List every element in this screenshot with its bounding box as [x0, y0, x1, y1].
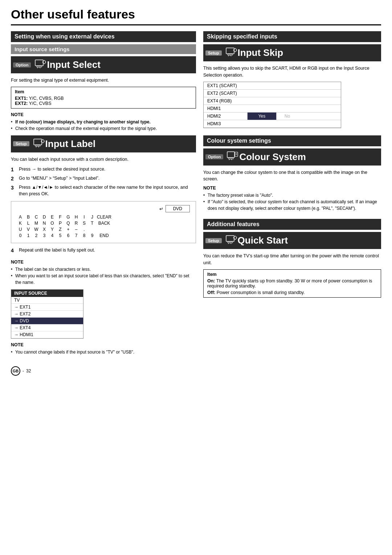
- skip-hdmi3-label: HDMI3: [204, 120, 247, 127]
- quick-start-title: Quick Start: [238, 235, 288, 246]
- skip-row-hdmi1: HDMI1: [204, 105, 341, 113]
- step-3: 3 Press ▲/▼/◄/► to select each character…: [11, 184, 196, 198]
- input-source-tv: TV: [11, 297, 83, 304]
- section-colour-system: Colour system settings: [203, 135, 381, 146]
- svg-rect-18: [226, 48, 234, 54]
- section-external-devices: Setting when using external devices: [11, 31, 196, 42]
- ext2-value: Y/C, CVBS: [29, 101, 52, 106]
- input-label-title: Input Label: [45, 138, 96, 150]
- quick-start-on: On: The TV quickly starts up from standb…: [207, 278, 377, 289]
- note2-item-1: The label can be six characters or less.: [11, 266, 196, 273]
- note-item-2: Check the operation manual of the extern…: [11, 125, 196, 132]
- colour-note-1: The factory preset value is "Auto".: [203, 192, 381, 199]
- quick-start-item-box: Item On: The TV quickly starts up from s…: [203, 269, 381, 298]
- skip-ext4-label: EXT4 (RGB): [204, 97, 247, 105]
- skip-no-button[interactable]: No: [276, 113, 298, 120]
- section-input-source: Input source settings: [11, 44, 196, 54]
- svg-rect-34: [226, 236, 234, 241]
- input-label-steps: 1 Press → to select the desired input so…: [11, 166, 196, 198]
- note-title-1: NOTE: [11, 112, 196, 117]
- item-header-label: Item: [15, 89, 192, 94]
- input-source-ext2: → EXT2: [11, 311, 83, 318]
- step-1: 1 Press → to select the desired input so…: [11, 166, 196, 174]
- quick-start-item-header: Item: [207, 272, 377, 277]
- setup-badge-input-skip: Setup: [205, 50, 222, 56]
- setup-badge-quick-start: Setup: [205, 238, 222, 243]
- off-label: Off:: [207, 290, 215, 295]
- note-list-3: You cannot change labels if the input so…: [11, 349, 196, 355]
- colour-system-note: NOTE The factory preset value is "Auto".…: [203, 185, 381, 212]
- note-title-colour: NOTE: [203, 185, 381, 191]
- svg-rect-27: [227, 152, 234, 158]
- svg-rect-19: [228, 54, 233, 55]
- input-source-header: INPUT SOURCE: [11, 290, 83, 297]
- note-item-1: If no (colour) image displays, try chang…: [11, 119, 196, 125]
- input-label-bar: Setup Input Label: [11, 135, 196, 152]
- step-3-text: Press ▲/▼/◄/► to select each character o…: [19, 184, 196, 198]
- on-label: On:: [207, 278, 215, 283]
- setup-badge-input-label: Setup: [13, 141, 29, 146]
- note-list-colour: The factory preset value is "Auto". If "…: [203, 192, 381, 212]
- skip-ext1-label: EXT1 (SCART): [204, 82, 247, 89]
- tv-icon-colour-system: [226, 150, 239, 164]
- option-badge-colour: Option: [205, 154, 223, 159]
- ext1-label: EXT1:: [15, 96, 28, 101]
- quick-start-bar: Setup Quick Start: [203, 232, 381, 249]
- skip-hdmi1-label: HDMI1: [204, 105, 247, 112]
- footer-dash: -: [23, 368, 24, 374]
- colour-system-body: You can change the colour system to one …: [203, 169, 381, 183]
- footer-badge: GB: [11, 366, 20, 376]
- dvd-input: DVD: [166, 205, 190, 212]
- input-label-note3: NOTE You cannot change labels if the inp…: [11, 342, 196, 355]
- section-additional: Additional features: [203, 219, 381, 230]
- ext2-label: EXT2:: [15, 101, 28, 106]
- section-skipping: Skipping specified inputs: [203, 31, 381, 42]
- off-value: Power consumption is small during standb…: [217, 290, 305, 295]
- quick-start-off: Off: Power consumption is small during s…: [207, 290, 377, 295]
- tv-icon-input-skip: [225, 46, 238, 60]
- item-ext1: EXT1: Y/C, CVBS, RGB: [15, 96, 192, 101]
- skip-row-ext2: EXT2 (SCART): [204, 90, 341, 97]
- input-skip-body: This setting allows you to skip the SCAR…: [203, 65, 381, 79]
- page: Other useful features Setting when using…: [0, 0, 392, 383]
- step-2: 2 Go to “MENU” > “Setup” > “Input Label”…: [11, 175, 196, 183]
- svg-rect-0: [35, 60, 43, 66]
- ext1-value: Y/C, CVBS, RGB: [29, 96, 64, 101]
- input-select-title: Input Select: [47, 59, 100, 70]
- item-ext2: EXT2: Y/C, CVBS: [15, 101, 192, 106]
- on-value: The TV quickly starts up from standby. 3…: [207, 278, 372, 289]
- input-source-dvd: → DVD: [11, 318, 83, 325]
- input-select-note: NOTE If no (colour) image displays, try …: [11, 112, 196, 132]
- step-1-text: Press → to select the desired input sour…: [19, 166, 105, 174]
- svg-rect-9: [34, 139, 42, 145]
- kb-row-3: UVWXYZ+–.: [17, 227, 190, 232]
- step-4: 4 Repeat until the label is fully spelt …: [11, 247, 196, 254]
- input-label-body: You can label each input source with a c…: [11, 156, 196, 163]
- step-2-text: Go to “MENU” > “Setup” > “Input Label”.: [19, 175, 99, 183]
- note-title-2: NOTE: [11, 260, 196, 265]
- tv-icon-input-select: [34, 58, 47, 72]
- kb-row-4: 0123456789END: [17, 233, 190, 238]
- skip-yes-button[interactable]: Yes: [247, 113, 276, 120]
- svg-rect-28: [228, 158, 233, 159]
- skip-row-ext4: EXT4 (RGB): [204, 97, 341, 105]
- left-column: Setting when using external devices Inpu…: [11, 31, 196, 359]
- input-label-note2: NOTE The label can be six characters or …: [11, 260, 196, 286]
- skip-row-hdmi2: HDMI2 Yes No: [204, 113, 341, 120]
- page-title: Other useful features: [11, 7, 381, 25]
- keyboard-dvd-area: ↵ DVD: [17, 205, 190, 212]
- svg-rect-1: [37, 66, 42, 67]
- note-list-1: If no (colour) image displays, try chang…: [11, 119, 196, 132]
- note-title-3: NOTE: [11, 342, 196, 347]
- svg-rect-31: [235, 152, 238, 156]
- input-select-bar: Option Input Select: [11, 56, 196, 73]
- colour-note-2: If "Auto" is selected, the colour system…: [203, 199, 381, 212]
- note2-item-2: When you want to set an input source lab…: [11, 273, 196, 286]
- enter-arrow-icon: ↵: [159, 206, 163, 212]
- colour-system-title: Colour System: [239, 151, 306, 163]
- input-source-ext1: → EXT1: [11, 304, 83, 311]
- svg-rect-35: [228, 242, 233, 243]
- tv-icon-quick-start: [225, 233, 238, 248]
- input-select-item-box: Item EXT1: Y/C, CVBS, RGB EXT2: Y/C, CVB…: [11, 87, 196, 109]
- kb-row-1: ABCDEFGHIJCLEAR: [17, 215, 190, 220]
